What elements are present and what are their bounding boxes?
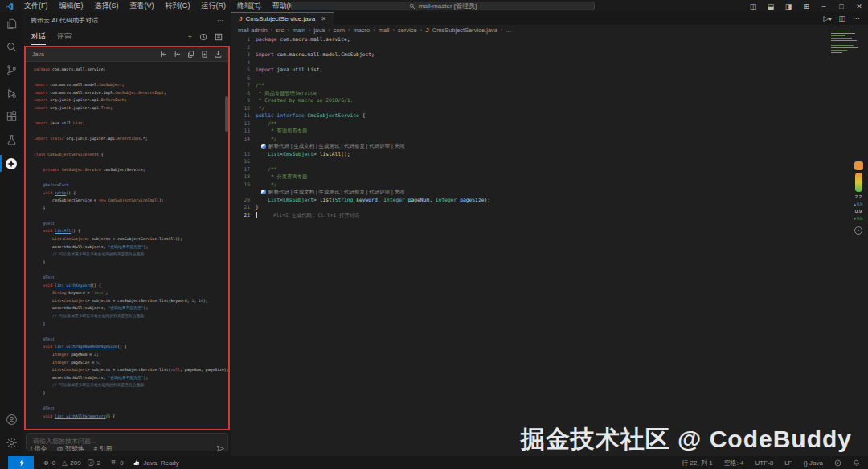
menu-item[interactable]: 查看(V) — [125, 1, 159, 11]
nav-back-icon[interactable]: ← — [256, 2, 264, 10]
chat-footer-item[interactable]: @ 智能体 — [56, 444, 84, 453]
sidebar-item-run-debug[interactable] — [0, 82, 23, 105]
breadcrumb-separator: › — [420, 27, 423, 34]
editor-line: 14 */ — [231, 135, 868, 143]
breadcrumb-item[interactable]: java — [313, 27, 325, 34]
codelens-actions[interactable]: 解释代码 | 生成文档 | 生成测试 | 代码修复 | 代码评审 | 关闭 — [231, 188, 868, 196]
panel-tab-inactive[interactable]: 评审 — [57, 29, 72, 44]
breadcrumb[interactable]: mall-admin›src›main›java›com›macro›mall›… — [231, 25, 868, 35]
panel-tab-active[interactable]: 对话 — [31, 29, 46, 44]
command-center-search[interactable]: mall-master [管理员] — [291, 2, 595, 10]
chat-code-line: List<CmsSubject> subjects = cmsSubjectSe… — [34, 366, 228, 374]
toggle-sidebar-icon[interactable]: ◫ — [744, 2, 762, 10]
history-icon[interactable] — [199, 33, 207, 41]
breadcrumb-item[interactable]: com — [334, 27, 345, 34]
breadcrumb-item[interactable]: macro — [353, 27, 370, 34]
settings-button[interactable] — [0, 431, 23, 455]
codebuddy-status-icon[interactable] — [834, 459, 841, 467]
remote-indicator[interactable] — [8, 456, 34, 469]
codelens-text[interactable]: 解释代码 | 生成文档 | 生成测试 | 代码修复 | 代码评审 | 关闭 — [268, 142, 405, 150]
manage-sessions-icon[interactable] — [215, 33, 223, 41]
toggle-secondary-sidebar-icon[interactable]: ◨ — [780, 2, 797, 10]
minimize-button[interactable]: – — [815, 2, 833, 10]
menu-item[interactable]: 编辑(E) — [55, 1, 88, 11]
replace-code-icon[interactable] — [174, 51, 181, 58]
eol[interactable]: LF — [784, 459, 792, 467]
editor-area: J CmsSubjectService.java ✕ ▷▾ ◫ ⋯ mall-a… — [231, 12, 868, 456]
customize-layout-icon[interactable]: ⊞ — [797, 2, 815, 10]
remote-icon — [18, 459, 25, 467]
codelens-text[interactable]: 解释代码 | 生成文档 | 生成测试 | 代码修复 | 代码评审 | 关闭 — [268, 188, 405, 196]
maximize-button[interactable]: □ — [833, 2, 850, 10]
breadcrumb-item[interactable]: main — [293, 27, 305, 34]
new-chat-button[interactable]: + — [188, 33, 192, 41]
ports-indicator[interactable]: 0 — [110, 459, 123, 467]
breadcrumb-item[interactable]: CmsSubjectService.java — [432, 27, 497, 34]
line-number: 17 — [231, 165, 256, 173]
close-button[interactable]: ✕ — [850, 2, 868, 10]
codelens-actions[interactable]: 解释代码 | 生成文档 | 生成测试 | 代码修复 | 代码评审 | 关闭 — [231, 142, 868, 150]
breadcrumb-separator: › — [328, 27, 330, 34]
send-icon[interactable] — [216, 445, 225, 452]
minimap[interactable] — [831, 31, 862, 56]
line-number: 3 — [231, 51, 256, 59]
account-button[interactable] — [0, 408, 23, 431]
sidebar-item-explorer[interactable] — [0, 12, 23, 35]
breadcrumb-item[interactable]: ... — [506, 27, 511, 34]
notifications-bell-icon[interactable] — [853, 459, 860, 467]
panel-tabs: 对话评审 + — [23, 28, 231, 45]
warning-icon: △ — [62, 459, 67, 467]
export-icon[interactable] — [215, 51, 222, 58]
breadcrumb-item[interactable]: src — [276, 27, 284, 34]
panel-more-icon[interactable]: ··· — [217, 17, 223, 24]
chat-scrollbar[interactable] — [225, 96, 228, 132]
sidebar-item-testing[interactable] — [0, 128, 23, 152]
copy-icon[interactable] — [187, 51, 194, 58]
language-mode[interactable]: {} Java — [804, 459, 823, 467]
menu-item[interactable]: 转到(G) — [161, 1, 195, 11]
net-down-value: 0.9 — [855, 209, 862, 214]
chat-code-line — [34, 112, 228, 120]
line-number: 1 — [231, 35, 256, 43]
new-file-icon[interactable] — [201, 51, 208, 58]
chat-code-line: String keyword = "test"; — [34, 289, 228, 297]
code-block-language: Java — [32, 51, 44, 57]
chat-footer-item[interactable]: # 引用 — [94, 444, 113, 453]
editor-more-icon[interactable]: ⋯ — [853, 14, 860, 22]
encoding[interactable]: UTF-8 — [755, 459, 774, 467]
java-status[interactable]: 👍 Java: Ready — [133, 459, 179, 467]
tab-cmssubjectservice[interactable]: J CmsSubjectService.java ✕ — [231, 12, 334, 25]
breadcrumb-item[interactable]: mall — [379, 27, 390, 34]
breadcrumb-item[interactable]: mall-admin — [238, 27, 268, 34]
nav-forward-icon[interactable]: → — [272, 2, 280, 10]
chat-code-line: List<CmsSubject> subjects = cmsSubjectSe… — [34, 297, 228, 305]
split-editor-icon[interactable]: ◫ — [838, 14, 845, 22]
chat-code-line: } — [34, 320, 228, 328]
run-button[interactable]: ▷▾ — [824, 14, 832, 22]
code-editor[interactable]: 1package com.macro.mall.service;23import… — [231, 35, 868, 456]
breadcrumb-item[interactable]: service — [398, 27, 417, 34]
chat-code-line: assertNotNull(subjects, "查询结果不应为空"); — [34, 374, 228, 382]
gear-icon — [6, 437, 18, 449]
problems-indicator[interactable]: ⊗0 △209 ⓘ2 — [43, 459, 100, 467]
menu-item[interactable]: 选择(S) — [90, 1, 124, 11]
chat-code-line: import org.junit.jupiter.api.Test; — [34, 104, 228, 112]
tab-close-icon[interactable]: ✕ — [321, 15, 326, 22]
toggle-panel-icon[interactable]: ⬓ — [762, 2, 780, 10]
breadcrumb-separator: › — [501, 27, 503, 34]
sidebar-item-codebuddy[interactable] — [0, 152, 23, 175]
sidebar-item-source-control[interactable] — [0, 59, 23, 82]
breadcrumb-separator: › — [271, 27, 273, 34]
menu-item[interactable]: 运行(R) — [197, 1, 231, 11]
sidebar-item-search[interactable] — [0, 35, 23, 59]
indent-setting[interactable]: 空格: 4 — [724, 459, 744, 467]
overlay-shield-icon[interactable] — [854, 161, 863, 170]
chat-footer-item[interactable]: / 指令 — [31, 444, 47, 453]
breadcrumb-separator: › — [309, 27, 311, 34]
chat-code-line: import java.util.List; — [34, 120, 228, 128]
insert-code-icon[interactable] — [160, 51, 167, 58]
sidebar-item-extensions[interactable] — [0, 105, 23, 128]
overlay-target-icon[interactable] — [854, 226, 862, 234]
cursor-position[interactable]: 行 22, 列 1 — [682, 459, 712, 467]
menu-item[interactable]: 文件(F) — [19, 1, 53, 11]
